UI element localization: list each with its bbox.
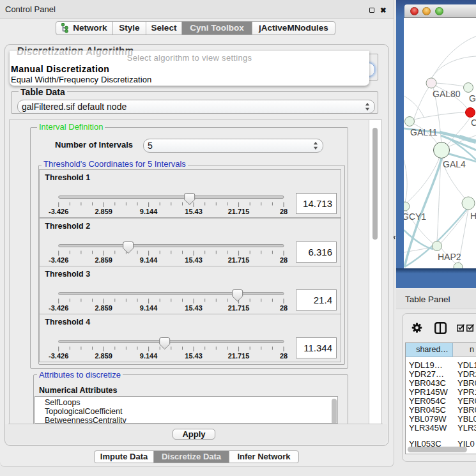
- svg-text:-3.426: -3.426: [49, 304, 68, 312]
- svg-text:-3.426: -3.426: [49, 352, 68, 360]
- svg-text:15.43: 15.43: [185, 304, 203, 312]
- svg-text:GAL11: GAL11: [410, 127, 438, 137]
- svg-text:15.43: 15.43: [185, 208, 203, 215]
- svg-text:2.859: 2.859: [95, 352, 113, 360]
- svg-text:21.715: 21.715: [228, 352, 250, 360]
- svg-text:-3.426: -3.426: [49, 256, 68, 264]
- svg-text:21.715: 21.715: [228, 256, 250, 264]
- svg-text:28: 28: [280, 352, 288, 360]
- svg-text:2.859: 2.859: [95, 304, 113, 312]
- svg-text:G.: G.: [469, 93, 476, 104]
- svg-text:28: 28: [280, 304, 288, 312]
- svg-text:28: 28: [280, 208, 288, 215]
- svg-text:15.43: 15.43: [185, 256, 203, 264]
- svg-text:HAP2: HAP2: [438, 252, 461, 262]
- svg-text:15.43: 15.43: [185, 352, 203, 360]
- svg-text:21.715: 21.715: [228, 304, 250, 312]
- svg-text:9.144: 9.144: [140, 304, 158, 312]
- svg-text:9.144: 9.144: [140, 352, 158, 360]
- svg-text:21.715: 21.715: [228, 208, 250, 215]
- svg-text:9.144: 9.144: [140, 256, 158, 264]
- svg-text:GAL4: GAL4: [443, 159, 466, 169]
- svg-text:GAL80: GAL80: [433, 89, 461, 99]
- svg-text:9.144: 9.144: [140, 208, 158, 215]
- svg-text:28: 28: [280, 256, 288, 264]
- svg-text:2.859: 2.859: [95, 208, 113, 215]
- svg-text:C: C: [471, 118, 476, 128]
- svg-text:-3.426: -3.426: [49, 208, 68, 215]
- svg-text:GCY1: GCY1: [404, 211, 426, 222]
- svg-text:2.859: 2.859: [95, 256, 113, 264]
- svg-text:H: H: [470, 211, 476, 221]
